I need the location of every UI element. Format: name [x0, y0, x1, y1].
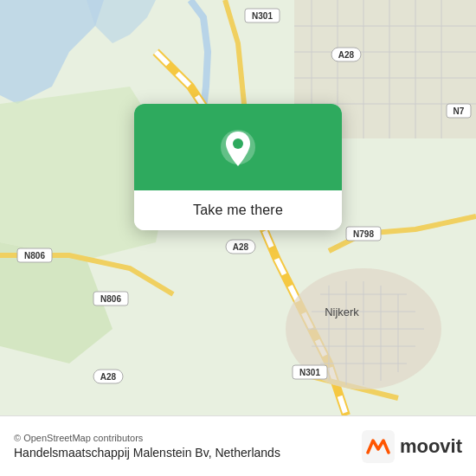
svg-text:N301: N301 — [252, 11, 273, 21]
popup-header — [134, 104, 342, 190]
popup-card: Take me there — [134, 104, 342, 230]
svg-text:A28: A28 — [233, 242, 249, 252]
svg-point-43 — [233, 138, 243, 149]
svg-text:N806: N806 — [24, 251, 45, 261]
location-pin-icon — [215, 128, 261, 173]
svg-text:A28: A28 — [100, 372, 117, 382]
map-container: N301 A28 N7 A28 N806 N806 N798 N301 A28 — [0, 0, 476, 415]
moovit-icon — [362, 430, 395, 463]
moovit-text: moovit — [400, 435, 462, 458]
take-me-there-button[interactable]: Take me there — [134, 190, 342, 230]
svg-text:N301: N301 — [299, 368, 320, 377]
svg-text:N798: N798 — [353, 229, 374, 239]
place-name: Handelsmaatschappij Malenstein Bv, Nethe… — [14, 446, 280, 460]
moovit-logo: moovit — [362, 430, 462, 463]
svg-text:N806: N806 — [100, 294, 121, 304]
osm-attribution: © OpenStreetMap contributors — [14, 433, 280, 443]
attribution-section: © OpenStreetMap contributors Handelsmaat… — [14, 433, 280, 460]
svg-text:Nijkerk: Nijkerk — [325, 306, 359, 318]
svg-text:N7: N7 — [453, 106, 465, 116]
bottom-bar: © OpenStreetMap contributors Handelsmaat… — [0, 415, 476, 476]
svg-text:A28: A28 — [338, 50, 355, 60]
